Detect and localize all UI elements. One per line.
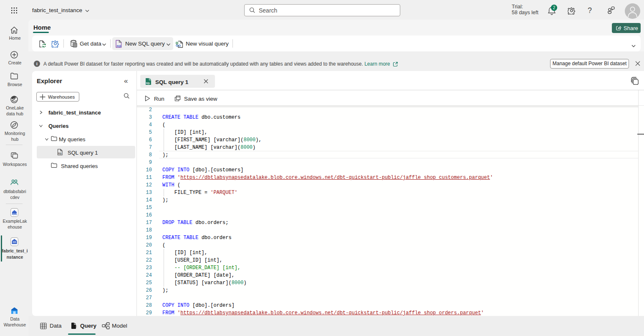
svg-text:SQL: SQL <box>146 82 150 84</box>
svg-text:SQL: SQL <box>58 153 62 155</box>
svg-text:SQL: SQL <box>116 45 122 47</box>
